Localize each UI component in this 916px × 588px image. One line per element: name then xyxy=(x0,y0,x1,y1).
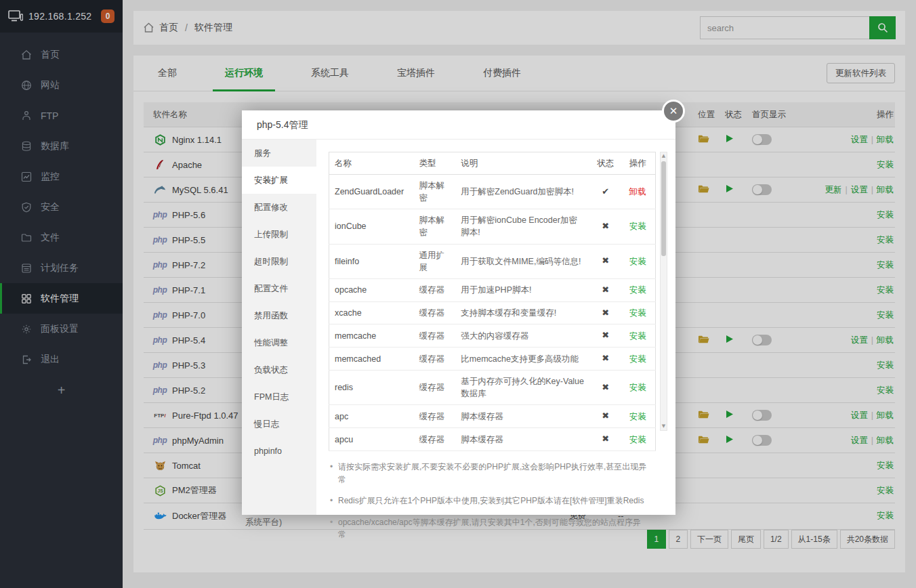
cross-icon: ✖ xyxy=(602,221,609,231)
ext-desc: 基于内存亦可持久化的Key-Value数据库 xyxy=(455,371,590,405)
dialog-title: php-5.4管理 xyxy=(242,110,675,140)
ext-action-安装[interactable]: 安装 xyxy=(629,257,646,266)
extension-row: apc缓存器脚本缓存器✖安装 xyxy=(329,405,656,428)
dialog-menu-慢日志[interactable]: 慢日志 xyxy=(242,411,316,438)
extension-row: memcached缓存器比memcache支持更多高级功能✖安装 xyxy=(329,348,656,371)
ext-name: xcache xyxy=(329,301,414,324)
ext-col-名称: 名称 xyxy=(329,152,414,175)
ext-name: apc xyxy=(329,405,414,428)
ext-action-卸载[interactable]: 卸载 xyxy=(629,187,646,196)
note-item: Redis扩展只允许在1个PHP版本中使用,安装到其它PHP版本请在[软件管理]… xyxy=(329,495,647,507)
ext-action-安装[interactable]: 安装 xyxy=(629,383,646,392)
dialog-menu-配置文件[interactable]: 配置文件 xyxy=(242,275,316,302)
ext-type: 脚本解密 xyxy=(413,209,455,244)
ext-type: 缓存器 xyxy=(413,428,455,451)
ext-type: 通用扩展 xyxy=(413,244,455,278)
cross-icon: ✖ xyxy=(602,285,609,295)
check-icon: ✔ xyxy=(602,186,609,196)
ext-action-安装[interactable]: 安装 xyxy=(629,285,646,295)
ext-type: 缓存器 xyxy=(413,371,455,405)
scroll-down-icon[interactable]: ▼ xyxy=(661,423,667,430)
dialog-menu-负载状态[interactable]: 负载状态 xyxy=(242,356,316,383)
dialog-menu-禁用函数[interactable]: 禁用函数 xyxy=(242,302,316,329)
ext-type: 缓存器 xyxy=(413,348,455,371)
ext-type: 缓存器 xyxy=(413,278,455,301)
cross-icon: ✖ xyxy=(602,255,609,266)
ext-desc: 用于解密ZendGuard加密脚本! xyxy=(455,175,590,209)
ext-col-操作: 操作 xyxy=(621,152,656,175)
ext-action-安装[interactable]: 安装 xyxy=(629,308,646,318)
ext-desc: 支持脚本缓存和变量缓存! xyxy=(455,301,590,324)
ext-desc: 强大的内容缓存器 xyxy=(455,324,590,348)
extension-row: apcu缓存器脚本缓存器✖安装 xyxy=(329,428,656,451)
dialog-menu-服务[interactable]: 服务 xyxy=(242,140,316,167)
cross-icon: ✖ xyxy=(602,353,609,363)
cross-icon: ✖ xyxy=(602,308,609,318)
ext-type: 脚本解密 xyxy=(413,175,455,209)
extension-row: opcache缓存器用于加速PHP脚本!✖安装 xyxy=(329,278,656,301)
extension-row: ionCube脚本解密用于解密ionCube Encoder加密脚本!✖安装 xyxy=(329,209,656,244)
scrollbar[interactable]: ▲ ▼ xyxy=(660,152,667,431)
scroll-up-icon[interactable]: ▲ xyxy=(661,152,667,160)
dialog-menu-超时限制[interactable]: 超时限制 xyxy=(242,248,316,275)
dialog-content: 名称类型说明状态操作 ZendGuardLoader脚本解密用于解密ZendGu… xyxy=(316,140,675,515)
scroll-thumb[interactable] xyxy=(661,161,666,256)
ext-name: opcache xyxy=(329,278,414,301)
ext-desc: 脚本缓存器 xyxy=(455,405,590,428)
ext-col-说明: 说明 xyxy=(455,152,590,175)
ext-name: memcache xyxy=(329,324,414,348)
dialog-menu-配置修改[interactable]: 配置修改 xyxy=(242,194,316,221)
dialog-menu: 服务安装扩展配置修改上传限制超时限制配置文件禁用函数性能调整负载状态FPM日志慢… xyxy=(242,140,316,515)
ext-name: apcu xyxy=(329,428,414,451)
dialog-menu-性能调整[interactable]: 性能调整 xyxy=(242,329,316,356)
extension-row: fileinfo通用扩展用于获取文件MIME,编码等信息!✖安装 xyxy=(329,244,656,278)
extension-row: xcache缓存器支持脚本缓存和变量缓存!✖安装 xyxy=(329,301,656,324)
ext-name: redis xyxy=(329,371,414,405)
cross-icon: ✖ xyxy=(602,382,609,392)
ext-col-类型: 类型 xyxy=(413,152,455,175)
php-manage-dialog: ✕ php-5.4管理 服务安装扩展配置修改上传限制超时限制配置文件禁用函数性能… xyxy=(242,110,675,515)
ext-type: 缓存器 xyxy=(413,301,455,324)
ext-name: ZendGuardLoader xyxy=(329,175,414,209)
ext-action-安装[interactable]: 安装 xyxy=(629,222,646,231)
extension-notes: 请按实际需求安装扩展,不要安装不必要的PHP扩展,这会影响PHP执行效率,甚至出… xyxy=(329,461,647,541)
dialog-menu-phpinfo[interactable]: phpinfo xyxy=(242,438,316,465)
cross-icon: ✖ xyxy=(602,411,609,421)
ext-col-状态: 状态 xyxy=(591,152,621,175)
cross-icon: ✖ xyxy=(602,330,609,340)
ext-desc: 用于获取文件MIME,编码等信息! xyxy=(455,244,590,278)
ext-name: fileinfo xyxy=(329,244,414,278)
ext-name: ionCube xyxy=(329,209,414,244)
extension-row: redis缓存器基于内存亦可持久化的Key-Value数据库✖安装 xyxy=(329,371,656,405)
ext-name: memcached xyxy=(329,348,414,371)
extension-row: ZendGuardLoader脚本解密用于解密ZendGuard加密脚本!✔卸载 xyxy=(329,175,656,209)
dialog-menu-FPM日志[interactable]: FPM日志 xyxy=(242,383,316,411)
extension-row: memcache缓存器强大的内容缓存器✖安装 xyxy=(329,324,656,348)
ext-type: 缓存器 xyxy=(413,324,455,348)
note-item: 请按实际需求安装扩展,不要安装不必要的PHP扩展,这会影响PHP执行效率,甚至出… xyxy=(329,461,647,486)
ext-type: 缓存器 xyxy=(413,405,455,428)
note-item: opcache/xcache/apc等脚本缓存扩展,请只安装其中1个,否则可能导… xyxy=(329,516,647,541)
ext-action-安装[interactable]: 安装 xyxy=(629,412,646,421)
ext-desc: 用于加速PHP脚本! xyxy=(455,278,590,301)
close-icon[interactable]: ✕ xyxy=(662,100,685,123)
extensions-table: 名称类型说明状态操作 ZendGuardLoader脚本解密用于解密ZendGu… xyxy=(329,152,656,451)
ext-action-安装[interactable]: 安装 xyxy=(629,354,646,364)
ext-action-安装[interactable]: 安装 xyxy=(629,435,646,444)
dialog-menu-上传限制[interactable]: 上传限制 xyxy=(242,221,316,248)
ext-desc: 比memcache支持更多高级功能 xyxy=(455,348,590,371)
ext-desc: 用于解密ionCube Encoder加密脚本! xyxy=(455,209,590,244)
ext-action-安装[interactable]: 安装 xyxy=(629,331,646,341)
dialog-menu-安装扩展[interactable]: 安装扩展 xyxy=(242,167,316,194)
ext-desc: 脚本缓存器 xyxy=(455,428,590,451)
cross-icon: ✖ xyxy=(602,434,609,444)
